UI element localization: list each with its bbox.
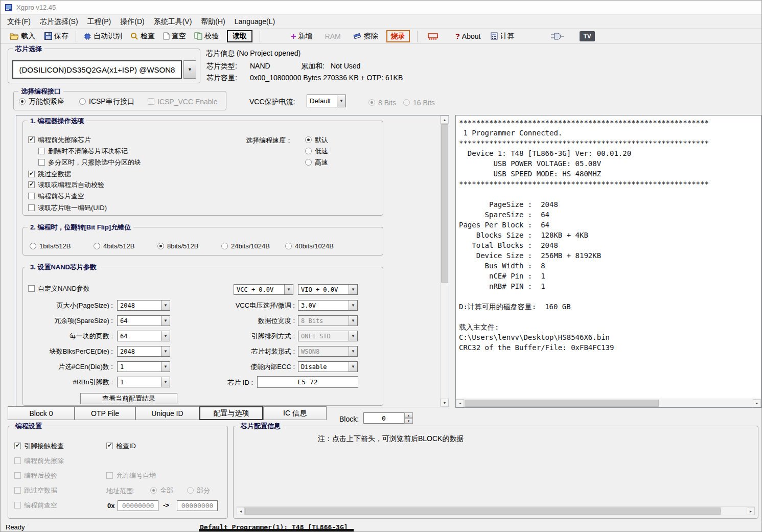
radio-bitflip-40bits[interactable]: 40bits/1024B [285,242,334,250]
tab-otp-file[interactable]: OTP File [75,406,135,420]
vio-offset-combo[interactable]: VIO + 0.0V ▼ [298,284,358,295]
pin-layout-combo[interactable]: ONFI STD ▼ [298,331,358,341]
blocks-per-ce-combo[interactable]: 2048 ▼ [117,346,170,357]
tab-ic-info[interactable]: IC 信息 [263,406,327,420]
checkbox-erase-selected-partition-only[interactable]: 多分区时，只擦除选中分区的块 [38,158,141,167]
checkbox-erase-chip-before-program[interactable]: 编程前先擦除芯片 [28,135,91,144]
menu-item-chip-select[interactable]: 芯片选择(S) [35,15,83,28]
toolbar-burn-button[interactable]: 烧录 [386,30,410,42]
scroll-thumb[interactable] [465,400,659,407]
toolbar-read-button[interactable]: 读取 [227,30,252,42]
toolbar-about-button[interactable]: ? About [453,31,483,41]
chevron-down-icon[interactable]: ▼ [337,95,345,107]
chevron-down-icon[interactable]: ▼ [349,285,357,294]
toolbar-tv-button[interactable]: TV [578,30,596,42]
tab-config-options[interactable]: 配置与选项 [199,406,263,420]
chevron-down-icon[interactable]: ▼ [161,316,170,326]
radio-icsp-serial[interactable]: ICSP串行接口 [79,97,134,106]
data-width-combo[interactable]: 8 Bits ▼ [298,315,358,326]
checkbox-keep-badblock-marks[interactable]: 删除时不清除芯片坏块标记 [38,147,128,155]
menu-item-operation[interactable]: 操作(D) [116,15,149,28]
checkbox-auto-verify-after[interactable]: 读取或编程后自动校验 [28,180,104,189]
checkbox-erase-before-program[interactable]: 编程前先擦除 [14,456,64,465]
toolbar-load-button[interactable]: 载入 [8,31,37,42]
menu-item-file[interactable]: 文件(F) [3,15,35,28]
checkbox-blank-check-before[interactable]: 编程前查空 [14,501,57,510]
vcc-protect-combo[interactable]: Default ▼ [307,95,346,107]
radio-universal-socket[interactable]: 万能锁紧座 [19,97,64,106]
chevron-down-icon[interactable]: ▼ [349,362,357,372]
chevron-down-icon[interactable]: ▼ [349,300,357,310]
radio-16bits[interactable]: 16 Bits [403,98,435,107]
chip-select-combo[interactable]: (DOSILICON)DS35Q2GA(x1+ISP) @WSON8 [12,60,182,79]
menu-item-help[interactable]: 帮助(H) [196,15,229,28]
chevron-down-icon[interactable]: ▼ [349,346,357,356]
toolbar-ic-test-button[interactable] [425,31,441,41]
chevron-down-icon[interactable]: ▼ [349,316,357,326]
checkbox-icsp-vcc-enable[interactable]: ICSP_VCC Enable [148,97,218,106]
toolbar-check-id-button[interactable]: 检查 [128,31,157,42]
radio-range-all[interactable]: 全部 [150,486,173,495]
log-console[interactable]: ****************************************… [455,115,761,408]
checkbox-check-id[interactable]: 检查ID [106,442,136,450]
toolbar-erase-button[interactable]: 擦除 [351,31,380,42]
scroll-up-button[interactable]: ▲ [441,115,449,124]
chevron-down-icon[interactable]: ▼ [284,285,293,294]
radio-bitflip-24bits[interactable]: 24bits/1024B [221,242,270,250]
chevron-down-icon[interactable]: ▼ [161,362,170,372]
scroll-thumb[interactable] [441,124,448,283]
radio-range-part[interactable]: 部分 [187,486,210,495]
sparesize-combo[interactable]: 64 ▼ [117,315,170,326]
menu-item-system-tools[interactable]: 系统工具(V) [149,15,197,28]
radio-bitflip-1bits[interactable]: 1bits/512B [30,242,71,250]
radio-speed-low[interactable]: 低速 [305,147,328,155]
toolbar-calculator-button[interactable]: 计算 [489,31,516,42]
radio-speed-high[interactable]: 高速 [305,158,328,167]
spinner-up-button[interactable]: ▲ [404,412,413,418]
checkbox-auto-increment[interactable]: 允许编号自增 [106,471,156,480]
addr-to-input[interactable]: 00000000 [177,500,218,511]
block-number-input[interactable]: 0 [363,412,404,424]
internal-ecc-combo[interactable]: Disable ▼ [298,361,358,372]
view-config-button[interactable]: 查看当前配置结果 [80,393,177,404]
tab-block0[interactable]: Block 0 [8,406,75,420]
toolbar-save-button[interactable]: 保存 [42,31,71,42]
vcc-voltage-combo[interactable]: 3.0V ▼ [298,300,358,311]
scroll-down-button[interactable]: ▼ [441,399,449,407]
scroll-right-button[interactable]: ► [747,507,755,515]
toolbar-auto-identify-button[interactable]: 自动识别 [81,31,124,42]
pages-per-block-combo[interactable]: 64 ▼ [117,331,170,341]
addr-from-input[interactable]: 00000000 [118,500,158,511]
chip-select-dropdown-button[interactable]: ▼ [183,60,196,79]
checkbox-read-uid[interactable]: 读取芯片唯一编码(UID) [28,203,107,212]
radio-8bits[interactable]: 8 Bits [368,98,396,107]
pagesize-combo[interactable]: 2048 ▼ [117,300,170,311]
toolbar-add-button[interactable]: + 新增 [289,31,315,42]
chevron-down-icon[interactable]: ▼ [161,300,170,310]
vcc-offset-combo[interactable]: VCC + 0.0V ▼ [234,284,293,295]
checkbox-custom-nand-params[interactable]: 自定义NAND参数 [28,284,90,293]
package-combo[interactable]: WSON8 ▼ [298,346,358,357]
scroll-left-button[interactable]: ◄ [237,507,245,515]
radio-bitflip-4bits[interactable]: 4bits/512B [94,242,134,250]
scroll-thumb[interactable] [245,507,721,515]
chevron-down-icon[interactable]: ▼ [161,346,170,356]
radio-bitflip-8bits[interactable]: 8bits/512B [157,242,198,250]
block-data-horizontal-scrollbar[interactable]: ◄ ► [237,506,755,515]
checkbox-verify-after-program[interactable]: 编程后校验 [14,471,57,480]
toolbar-ram-button[interactable]: RAM [323,31,343,41]
checkbox-skip-blank[interactable]: 跳过空数据 [14,486,57,495]
toolbar-blank-check-button[interactable]: 查空 [161,31,188,42]
rbn-count-combo[interactable]: 1 ▼ [117,377,170,387]
menu-item-project[interactable]: 工程(P) [83,15,116,28]
chip-id-field[interactable]: E5 72 [257,376,358,388]
checkbox-blank-check-before-program[interactable]: 编程前芯片查空 [28,192,84,200]
radio-speed-default[interactable]: 默认 [305,135,328,144]
menu-item-language[interactable]: Language(L) [230,15,280,28]
options-vertical-scrollbar[interactable]: ▲ ▼ [440,115,449,407]
chevron-down-icon[interactable]: ▼ [349,331,357,341]
tab-unique-id[interactable]: Unique ID [135,406,199,420]
toolbar-logic-test-button[interactable] [548,31,566,41]
spinner-down-button[interactable]: ▼ [404,418,413,424]
chevron-down-icon[interactable]: ▼ [161,377,170,387]
